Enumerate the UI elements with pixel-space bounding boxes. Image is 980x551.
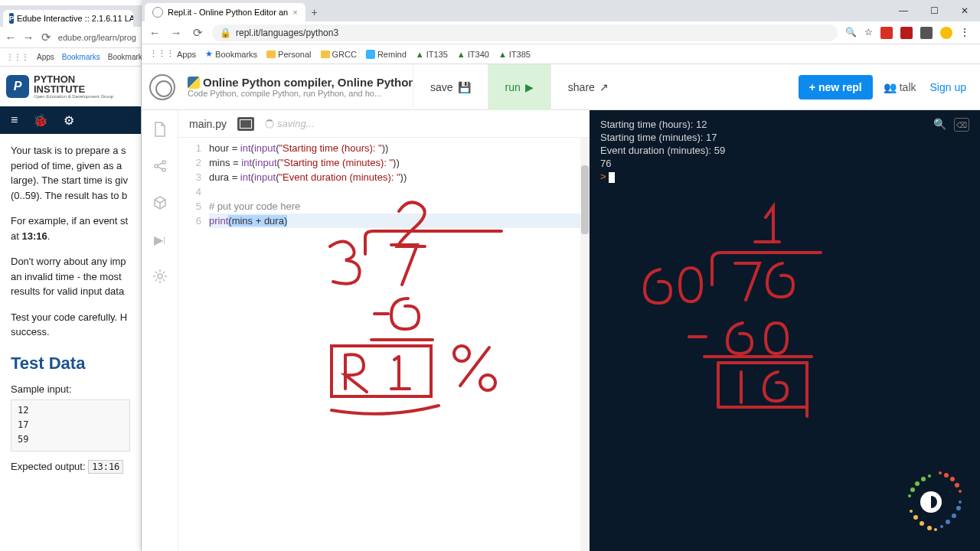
replit-watermark: [893, 464, 969, 540]
bm-it340[interactable]: ▲IT340: [457, 50, 489, 59]
svg-point-8: [955, 483, 959, 487]
bm-apps[interactable]: Apps: [37, 53, 54, 61]
background-browser-window: P Edube Interactive :: 2.1.6.11 LAB ← → …: [0, 5, 142, 551]
talk-link[interactable]: 👥talk: [884, 81, 916, 93]
forward-icon[interactable]: →: [22, 31, 34, 44]
gear-icon[interactable]: ⚙: [64, 113, 74, 128]
replit-tab[interactable]: Repl.it - Online Python Editor an ×: [145, 3, 305, 21]
tab-title: Edube Interactive :: 2.1.6.11 LAB: [17, 14, 133, 23]
bm-personal[interactable]: Personal: [266, 50, 311, 59]
code-body[interactable]: hour = int(input("Starting time (hours):…: [209, 138, 590, 551]
edube-content: P PYTHON INSTITUTE Open Education & Deve…: [0, 67, 141, 551]
layout-icon[interactable]: [237, 117, 254, 131]
back-icon[interactable]: ←: [148, 26, 162, 39]
svg-point-11: [921, 477, 926, 481]
console-line: Starting time (hours): 12: [600, 118, 969, 131]
files-icon[interactable]: [152, 121, 168, 138]
python-icon: [188, 77, 200, 89]
share-net-icon[interactable]: [152, 158, 168, 174]
code-editor[interactable]: 123456 hour = int(input("Starting time (…: [178, 138, 590, 551]
replit-favicon: [152, 7, 163, 18]
minimize-button[interactable]: —: [888, 0, 919, 21]
url-text: edube.org/learn/prog: [58, 33, 136, 42]
svg-point-25: [940, 525, 943, 528]
svg-point-22: [946, 520, 950, 524]
menu-icon[interactable]: ⋮: [960, 27, 969, 39]
svg-point-13: [910, 487, 915, 492]
expected-output: 13:16: [88, 460, 123, 474]
packages-icon[interactable]: [152, 194, 168, 211]
lock-icon: 🔒: [220, 28, 231, 38]
tab-strip: Repl.it - Online Python Editor an × + — …: [142, 0, 980, 21]
url-bar[interactable]: 🔒 repl.it/languages/python3: [212, 24, 838, 41]
clear-icon[interactable]: ⌫: [954, 118, 969, 132]
star-icon[interactable]: ☆: [864, 27, 873, 39]
lab-text: Your task is to prepare a speriod of tim…: [0, 134, 141, 483]
console-line: 76: [600, 157, 969, 170]
nav-toolbar: ← → ⟳ edube.org/learn/prog: [0, 27, 141, 48]
bm-grcc[interactable]: GRCC: [321, 50, 357, 59]
reload-icon[interactable]: ⟳: [191, 26, 204, 40]
file-tab[interactable]: main.py: [189, 118, 227, 130]
gmail-icon[interactable]: [880, 27, 893, 39]
bm-remind[interactable]: Remind: [366, 50, 407, 59]
url-text: repl.it/languages/python3: [236, 28, 338, 38]
svg-point-21: [934, 528, 937, 531]
svg-point-24: [956, 506, 961, 510]
bm-it385[interactable]: ▲IT385: [498, 50, 531, 59]
close-button[interactable]: ✕: [949, 0, 980, 21]
ext-icon-3[interactable]: [920, 27, 933, 39]
bug-icon[interactable]: 🐞: [33, 113, 48, 128]
editor-pane: main.py saving... 123456 hour = int(inpu…: [178, 110, 590, 551]
new-repl-button[interactable]: +new repl: [799, 75, 873, 99]
console-pane[interactable]: 🔍 ⌫ Starting time (hours): 12 Starting t…: [590, 110, 980, 551]
svg-point-16: [920, 491, 942, 513]
svg-point-10: [959, 490, 962, 493]
repl-main: ▶| main.py saving... 123456 hour = int(i…: [142, 110, 980, 551]
play-icon: ▶: [525, 81, 534, 93]
bm-it135[interactable]: ▲IT135: [416, 50, 448, 59]
reload-icon[interactable]: ⟳: [41, 31, 52, 44]
bookmark-bar: ⋮⋮⋮Apps ★Bookmarks Personal GRCC Remind …: [142, 44, 980, 64]
share-button[interactable]: share ↗: [550, 64, 626, 110]
close-tab-icon[interactable]: ×: [292, 8, 297, 17]
run-step-icon[interactable]: ▶|: [152, 231, 168, 248]
forward-icon[interactable]: →: [169, 26, 183, 39]
svg-point-0: [155, 165, 158, 168]
settings-icon[interactable]: [152, 268, 168, 285]
zoom-icon[interactable]: 🔍: [845, 27, 857, 39]
edube-nav: ≡ 🐞 ⚙: [0, 106, 141, 134]
back-icon[interactable]: ←: [5, 31, 16, 44]
editor-scrollbar[interactable]: [580, 138, 590, 551]
maximize-button[interactable]: ☐: [919, 0, 949, 21]
menu-icon[interactable]: ≡: [11, 113, 18, 127]
replit-logo[interactable]: [142, 74, 183, 100]
people-icon: 👥: [884, 81, 897, 93]
extension-icons: 🔍 ☆ ⋮: [845, 27, 974, 39]
console-prompt[interactable]: >: [600, 170, 969, 183]
bm-bookmarks[interactable]: Bookmarks: [62, 53, 100, 61]
signup-link[interactable]: Sign up: [930, 81, 966, 93]
line-numbers: 123456: [178, 138, 209, 551]
expected-label: Expected output:: [11, 461, 86, 472]
sample-input: 12 17 59: [11, 399, 130, 452]
ext-icon-2[interactable]: [900, 27, 913, 39]
search-icon[interactable]: 🔍: [933, 118, 946, 132]
replit-browser-window: Repl.it - Online Python Editor an × + — …: [142, 0, 980, 551]
profile-icon[interactable]: [940, 27, 952, 39]
apps-icon[interactable]: ⋮⋮⋮: [6, 53, 29, 61]
edube-favicon: P: [9, 13, 14, 24]
svg-point-9: [939, 471, 942, 474]
pi-icon: P: [6, 75, 29, 98]
repl-title: Online Python compiler, Online Python ID…: [188, 76, 413, 89]
save-button[interactable]: save 💾: [413, 64, 488, 110]
test-data-heading: Test Data: [11, 350, 130, 376]
new-tab-button[interactable]: +: [305, 3, 324, 21]
svg-point-1: [162, 161, 165, 164]
edube-tab[interactable]: P Edube Interactive :: 2.1.6.11 LAB: [3, 10, 133, 27]
repl-sidebar: ▶|: [142, 110, 178, 551]
run-button[interactable]: run ▶: [488, 64, 550, 110]
bm-bookmarks[interactable]: ★Bookmarks: [205, 49, 257, 59]
svg-point-23: [952, 514, 956, 518]
bm-apps[interactable]: ⋮⋮⋮Apps: [149, 49, 196, 59]
